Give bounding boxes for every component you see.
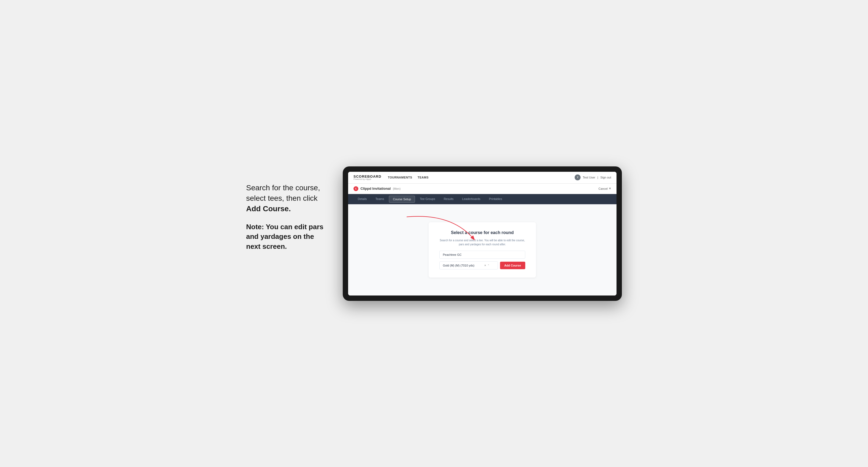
user-label: Test User [583,176,595,179]
page-wrapper: Search for the course, select tees, then… [246,166,622,301]
tee-select-icons: ✕ ⌃ [484,264,490,267]
tablet-screen: SCOREBOARD Powered by clippd TOURNAMENTS… [348,172,617,295]
annotation-emphasis: Add Course. [246,205,291,213]
annotation-section: Search for the course, select tees, then… [246,166,327,259]
content-area: Select a course for each round Search fo… [348,204,617,295]
tab-results[interactable]: Results [439,194,458,204]
navbar-right: T Test User | Sign out [575,175,611,180]
sign-out-link[interactable]: Sign out [600,176,611,179]
tab-details[interactable]: Details [353,194,371,204]
tab-bar: Details Teams Course Setup Tee Groups Re… [348,194,617,204]
tab-course-setup[interactable]: Course Setup [389,196,415,203]
tab-tee-groups[interactable]: Tee Groups [415,194,439,204]
add-course-button[interactable]: Add Course [500,262,525,269]
tee-expand-icon[interactable]: ⌃ [488,264,490,267]
annotation-text: Search for the course, select tees, then… [246,184,320,203]
card-description: Search for a course and select a tee. Yo… [439,238,525,246]
navbar-left: SCOREBOARD Powered by clippd TOURNAMENTS… [353,175,429,180]
nav-links: TOURNAMENTS TEAMS [388,175,429,180]
course-search-input[interactable] [439,251,525,259]
brand-title: SCOREBOARD [353,175,381,178]
nav-tournaments[interactable]: TOURNAMENTS [388,175,412,180]
annotation-paragraph: Search for the course, select tees, then… [246,183,327,214]
tee-clear-icon[interactable]: ✕ [484,264,486,267]
tab-leaderboards[interactable]: Leaderboards [458,194,485,204]
tournament-title-group: C Clippd Invitational (Men) [353,186,400,191]
tab-printables[interactable]: Printables [485,194,506,204]
tablet-device: SCOREBOARD Powered by clippd TOURNAMENTS… [343,166,622,301]
user-avatar: T [575,175,581,180]
nav-teams[interactable]: TEAMS [417,175,429,180]
tournament-name: Clippd Invitational [361,187,391,191]
tee-select-row: Gold (M) (M) (7010 yds) ✕ ⌃ Add Course [439,261,525,270]
tournament-icon: C [353,186,358,191]
brand-logo: SCOREBOARD Powered by clippd [353,175,381,180]
tournament-header: C Clippd Invitational (Men) Cancel ✕ [348,184,617,194]
tab-teams[interactable]: Teams [371,194,389,204]
course-select-card: Select a course for each round Search fo… [429,222,536,278]
brand-subtitle: Powered by clippd [353,178,381,180]
tournament-gender: (Men) [393,187,401,190]
cancel-button[interactable]: Cancel ✕ [598,187,611,190]
tee-select-value[interactable]: Gold (M) (M) (7010 yds) ✕ ⌃ [439,261,498,270]
annotation-note: Note: You can edit pars and yardages on … [246,222,327,251]
card-title: Select a course for each round [439,230,525,235]
separator: | [597,176,598,179]
navbar: SCOREBOARD Powered by clippd TOURNAMENTS… [348,172,617,184]
